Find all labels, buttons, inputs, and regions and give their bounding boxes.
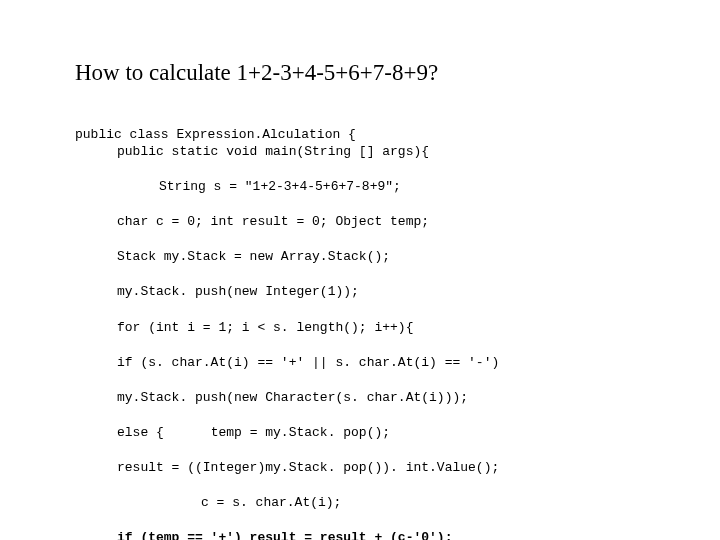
code-line: result = ((Integer)my.Stack. pop()). int…	[75, 459, 645, 477]
slide-content: How to calculate 1+2-3+4-5+6+7-8+9? publ…	[0, 0, 720, 540]
slide-title: How to calculate 1+2-3+4-5+6+7-8+9?	[75, 60, 645, 86]
code-line: if (s. char.At(i) == '+' || s. char.At(i…	[75, 354, 645, 372]
code-line: for (int i = 1; i < s. length(); i++){	[75, 319, 645, 337]
code-line: String s = "1+2-3+4-5+6+7-8+9";	[75, 178, 645, 196]
code-line: my.Stack. push(new Character(s. char.At(…	[75, 389, 645, 407]
code-line: public static void main(String [] args){	[75, 143, 645, 161]
code-line: public class Expression.Alculation {	[75, 127, 356, 142]
code-line: char c = 0; int result = 0; Object temp;	[75, 213, 645, 231]
code-line: c = s. char.At(i);	[75, 494, 645, 512]
code-line: my.Stack. push(new Integer(1));	[75, 283, 645, 301]
code-line: else { temp = my.Stack. pop();	[75, 424, 645, 442]
code-line: Stack my.Stack = new Array.Stack();	[75, 248, 645, 266]
code-block: public class Expression.Alculation { pub…	[75, 108, 645, 540]
code-line: if (temp == '+') result = result + (c-'0…	[75, 529, 645, 540]
